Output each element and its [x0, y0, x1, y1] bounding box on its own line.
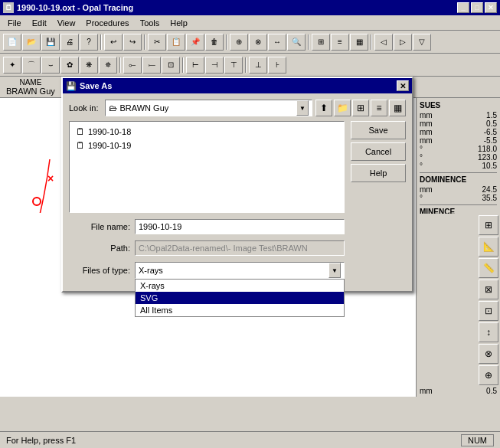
help-button[interactable]: Help: [351, 164, 406, 182]
look-in-row: Look in: 🗁 BRAWN Guy ▼ ⬆ 📁 ⊞ ≡ ▦: [69, 100, 406, 116]
file-icon-1: 🗒: [76, 126, 85, 137]
dialog-icon: 💾: [66, 81, 77, 91]
filename-label: File name:: [69, 222, 130, 231]
look-in-label: Look in:: [69, 103, 99, 113]
dialog-right: 🗒 1990-10-18 🗒 1990-10-19 File name:: [69, 121, 406, 285]
file-list[interactable]: 🗒 1990-10-18 🗒 1990-10-19: [69, 121, 345, 213]
path-input: [135, 240, 345, 256]
filetype-select[interactable]: X-rays ▼: [135, 262, 345, 279]
new-folder-icon[interactable]: 📁: [334, 100, 351, 116]
filetype-dropdown[interactable]: X-rays SVG All Items: [135, 279, 345, 317]
folder-icon: 🗁: [109, 103, 117, 113]
dropdown-xrays[interactable]: X-rays: [136, 280, 344, 292]
dropdown-svg[interactable]: SVG: [136, 292, 344, 304]
dropdown-all[interactable]: All Items: [136, 304, 344, 316]
filetype-label: Files of type:: [69, 266, 130, 275]
details-icon[interactable]: ▦: [389, 100, 406, 116]
dialog-buttons: Save Cancel Help: [351, 121, 406, 285]
dialog-body: Look in: 🗁 BRAWN Guy ▼ ⬆ 📁 ⊞ ≡ ▦: [63, 93, 412, 291]
file-item-1[interactable]: 🗒 1990-10-18: [73, 125, 341, 139]
filetype-arrow[interactable]: ▼: [328, 263, 341, 278]
filename-row: File name:: [69, 219, 345, 234]
cancel-button[interactable]: Cancel: [351, 142, 406, 161]
look-in-value: BRAWN Guy: [120, 103, 293, 113]
nav-up-icon[interactable]: ⬆: [315, 100, 332, 116]
file-name-2: 1990-10-19: [88, 141, 131, 150]
file-name-1: 1990-10-18: [88, 127, 131, 136]
dialog-close-button[interactable]: ✕: [397, 80, 409, 91]
file-icon-2: 🗒: [76, 140, 85, 151]
view-icon[interactable]: ⊞: [352, 100, 369, 116]
dialog-title-text: Save As: [80, 81, 112, 90]
filetype-value: X-rays: [139, 266, 163, 275]
save-button[interactable]: Save: [351, 121, 406, 139]
filetype-row: Files of type: X-rays ▼ X-rays SVG All I…: [69, 262, 345, 279]
dialog-overlay: 💾 Save As ✕ Look in: 🗁 BRAWN Guy ▼ ⬆ 📁 ⊞: [0, 0, 500, 448]
dialog-left-section: 🗒 1990-10-18 🗒 1990-10-19 File name:: [69, 121, 345, 285]
dialog-title-bar: 💾 Save As ✕: [63, 78, 412, 93]
filetype-select-wrapper: X-rays ▼ X-rays SVG All Items: [135, 262, 345, 279]
path-row: Path:: [69, 240, 345, 256]
list-icon[interactable]: ≡: [371, 100, 387, 116]
save-as-dialog: 💾 Save As ✕ Look in: 🗁 BRAWN Guy ▼ ⬆ 📁 ⊞: [61, 77, 413, 293]
look-in-combo[interactable]: 🗁 BRAWN Guy ▼: [105, 100, 312, 116]
look-in-icon-group: ⬆ 📁 ⊞ ≡ ▦: [315, 100, 406, 116]
file-item-2[interactable]: 🗒 1990-10-19: [73, 139, 341, 152]
path-label: Path:: [69, 244, 130, 253]
look-in-dropdown-btn[interactable]: ▼: [296, 100, 309, 116]
filename-input[interactable]: [135, 219, 345, 234]
